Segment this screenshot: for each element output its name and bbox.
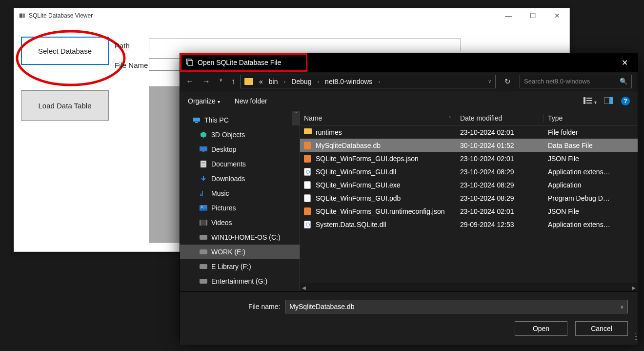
pc-icon [193,116,201,124]
resize-grip-icon[interactable]: ......... [635,330,637,339]
scroll-right-icon[interactable]: ▶ [630,285,638,290]
chevron-down-icon: ▾ [594,100,597,105]
file-row[interactable]: System.Data.SQLite.dll 29-09-2024 12:53 … [300,218,638,231]
file-type: Application extens… [544,168,638,176]
tree-item-label: 3D Objects [211,131,245,139]
scroll-left-icon[interactable]: ◀ [300,285,308,290]
tree-item[interactable]: WIN10-HOME-OS (C:) [180,230,300,245]
tree-item-label: E Library (F:) [211,263,251,270]
tree-item[interactable]: Downloads [180,171,300,186]
svg-rect-23 [200,220,201,226]
tree-item[interactable]: E Library (F:) [180,259,300,274]
file-date: 23-10-2024 02:01 [456,155,544,163]
svg-rect-12 [195,122,198,123]
breadcrumb-part[interactable]: bin [269,78,278,85]
column-name[interactable]: Name [304,114,322,122]
path-label: Path [115,41,130,50]
file-name: SQLite_WinForms_GUI.dll [316,168,396,176]
maximize-button[interactable]: ☐ [525,12,540,20]
svg-rect-8 [586,103,592,103]
pic-icon [200,204,207,212]
file-name: SQLite_WinForms_GUI.exe [316,181,401,189]
svg-rect-15 [202,151,204,152]
horizontal-scrollbar[interactable]: ◀ ▶ [300,284,638,291]
file-date: 23-10-2024 08:29 [456,181,544,189]
tree-item-label: WORK (E:) [211,248,245,256]
help-icon[interactable]: ? [621,97,630,105]
title-bar: SQLite Database Viewer — ☐ ✕ [14,8,569,23]
svg-point-21 [201,206,203,208]
folder-tree[interactable]: ⌃ This PC 3D Objects Desktop Documents D… [180,111,300,291]
breadcrumb-part[interactable]: Debug [291,78,311,85]
svg-rect-4 [188,61,193,65]
drive-icon [200,233,207,241]
preview-pane-icon[interactable] [604,97,613,105]
dropdown-history-icon[interactable]: ∨ [488,79,491,84]
3d-icon [200,131,207,139]
file-type: Data Base File [544,142,638,149]
file-name: SQLite_WinForms_GUI.runtimeconfig.json [316,207,445,215]
chevron-right-icon: › [317,79,319,84]
down-icon [200,175,207,183]
tree-item[interactable]: Videos [180,215,300,230]
load-data-table-button[interactable]: Load Data Table [21,90,109,121]
file-row[interactable]: MySqliteDatabase.db 30-10-2024 01:52 Dat… [300,139,638,152]
tree-item[interactable]: WORK (E:) [180,245,300,259]
file-row[interactable]: SQLite_WinForms_GUI.dll 23-10-2024 08:29… [300,165,638,178]
dll-icon [304,221,312,228]
nav-back-icon[interactable]: ← [186,77,194,86]
file-name: SQLite_WinForms_GUI.pdb [316,194,401,202]
file-row[interactable]: SQLite_WinForms_GUI.pdb 23-10-2024 08:29… [300,191,638,205]
file-row[interactable]: SQLite_WinForms_GUI.deps.json 23-10-2024… [300,152,638,165]
svg-rect-0 [20,14,22,18]
nav-recent-icon[interactable]: ∨ [219,77,222,86]
file-list: Name⌃ Date modified Type runtimes 23-10-… [300,111,638,291]
column-date[interactable]: Date modified [456,114,544,122]
tree-item[interactable]: 3D Objects [180,127,300,142]
organize-menu[interactable]: Organize ▾ [188,97,220,105]
file-type: File folder [544,128,638,136]
minimize-button[interactable]: — [501,12,516,20]
db-icon [304,142,312,149]
file-type: Application [544,181,638,189]
sort-indicator-icon: ⌃ [448,116,452,121]
dialog-close-button[interactable]: ✕ [617,58,632,67]
drive-icon [200,277,207,285]
open-button[interactable]: Open [515,321,567,336]
close-button[interactable]: ✕ [550,12,564,20]
search-input[interactable]: Search net8.0-windows 🔍 [520,75,632,88]
nav-forward-icon[interactable]: → [202,77,210,86]
column-type[interactable]: Type [544,114,638,122]
tree-item-label: Videos [211,219,232,227]
file-row[interactable]: SQLite_WinForms_GUI.runtimeconfig.json 2… [300,205,638,218]
dll-icon [304,168,312,176]
tree-item-label: This PC [204,116,229,124]
filename-combo[interactable]: MySqliteDatabase.db ∨ [285,300,628,313]
tree-item[interactable]: Desktop [180,142,300,157]
select-database-button[interactable]: Select Database [21,37,109,65]
tree-item[interactable]: Music [180,186,300,201]
file-row[interactable]: SQLite_WinForms_GUI.exe 23-10-2024 08:29… [300,178,638,191]
tree-item[interactable]: Documents [180,157,300,171]
folder-icon [304,128,312,136]
list-header[interactable]: Name⌃ Date modified Type [300,111,638,125]
nav-up-icon[interactable]: ↑ [231,77,235,86]
tree-item[interactable]: This PC [180,113,300,127]
cancel-button[interactable]: Cancel [575,321,628,336]
path-input[interactable] [149,39,461,51]
dialog-button-row: Open Cancel [180,321,638,345]
breadcrumb-part[interactable]: net8.0-windows [325,78,372,85]
tree-item[interactable]: Entertainment (G:) [180,274,300,289]
tree-item[interactable]: Pictures [180,201,300,215]
filename-label: File name: [248,303,280,310]
file-type: Program Debug D… [544,194,638,202]
file-row[interactable]: runtimes 23-10-2024 02:01 File folder [300,125,638,139]
exe-icon [304,181,312,189]
refresh-icon[interactable]: ↻ [501,77,515,86]
app-icon [19,12,26,19]
drive-icon [200,248,207,256]
doc-icon [200,160,207,168]
view-details-icon[interactable]: ▾ [584,97,597,105]
new-folder-button[interactable]: New folder [235,97,267,105]
address-breadcrumb[interactable]: « bin › Debug › net8.0-windows › ∨ [240,75,496,88]
